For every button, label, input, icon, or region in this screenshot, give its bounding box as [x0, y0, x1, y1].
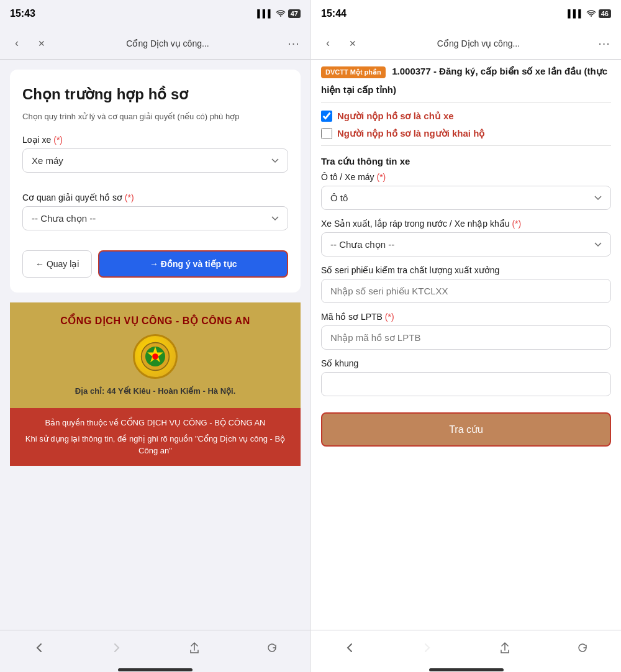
- checkbox-agent[interactable]: [321, 128, 332, 139]
- right-nav-reload[interactable]: [569, 634, 596, 661]
- right-nav-forward: [414, 634, 441, 661]
- left-nav-reload[interactable]: [258, 634, 286, 661]
- left-time: 15:43: [10, 8, 35, 19]
- right-panel: 15:44 ▌▌▌ 46 ‹ ✕ Cổng Dịch vụ công... ··…: [310, 0, 621, 672]
- manufacture-group: Xe Sản xuất, lắp ráp trong nước / Xe nhậ…: [321, 219, 611, 257]
- left-main-content: Chọn trường hợp hồ sơ Chọn quy trình xử …: [0, 60, 310, 630]
- divider-1: [321, 102, 611, 103]
- left-nav-share[interactable]: [181, 634, 208, 661]
- left-bottom-nav: [0, 630, 310, 667]
- right-content-wrapper: DVCTT Một phần 1.000377 - Đăng ký, cấp b…: [321, 60, 611, 447]
- right-time: 15:44: [321, 8, 347, 19]
- left-close-btn[interactable]: ✕: [32, 34, 51, 53]
- left-home-bar: [118, 668, 193, 671]
- serial-label: Số seri phiếu kiểm tra chất lượng xuất x…: [321, 265, 611, 275]
- right-nav-back[interactable]: [336, 634, 363, 661]
- form-card: Chọn trường hợp hồ sơ Chọn quy trình xử …: [10, 70, 301, 293]
- checkbox-owner[interactable]: [321, 111, 332, 122]
- service-tag-row: DVCTT Một phần 1.000377 - Đăng ký, cấp b…: [321, 65, 611, 96]
- left-status-icons: ▌▌▌ 47: [257, 9, 301, 19]
- right-signal-icon: ▌▌▌: [568, 9, 584, 18]
- right-home-bar: [429, 668, 504, 671]
- agency-group: Cơ quan giải quyết hồ sơ (*) -- Chưa chọ…: [22, 193, 288, 240]
- footer-note: Khi sử dụng lại thông tin, đề nghị ghi r…: [22, 433, 288, 457]
- agency-select[interactable]: -- Chưa chọn --: [22, 206, 288, 230]
- left-signal-icon: ▌▌▌: [257, 9, 273, 18]
- vehicle-type-group: Loại xe (*) Xe máy Ô tô: [22, 135, 288, 183]
- footer-address: Địa chỉ: 44 Yết Kiêu - Hoàn Kiếm - Hà Nộ…: [22, 386, 288, 396]
- footer-banner: CỔNG DỊCH VỤ CÔNG - BỘ CÔNG AN Địa chỉ: …: [10, 302, 301, 408]
- frame-label: Số khung: [321, 358, 611, 368]
- right-vehicle-type-label: Ô tô / Xe máy (*): [321, 172, 611, 182]
- svg-point-3: [152, 354, 158, 360]
- banner-title: CỔNG DỊCH VỤ CÔNG - BỘ CÔNG AN: [22, 315, 288, 327]
- checkbox-agent-label[interactable]: Người nộp hồ sơ là người khai hộ: [337, 128, 484, 139]
- lptb-label: Mã hồ sơ LPTB (*): [321, 312, 611, 322]
- left-more-btn[interactable]: ···: [284, 34, 303, 53]
- footer-copyright: Bản quyền thuộc về CỔNG DỊCH VỤ CÔNG - B…: [22, 417, 288, 429]
- right-status-icons: ▌▌▌ 46: [568, 9, 611, 19]
- left-browser-title: Cổng Dịch vụ công...: [57, 39, 278, 48]
- serial-input[interactable]: [321, 279, 611, 303]
- lptb-input[interactable]: [321, 325, 611, 350]
- divider-2: [321, 145, 611, 146]
- checkbox-owner-label[interactable]: Người nộp hồ sơ là chủ xe: [337, 111, 454, 122]
- right-wifi-icon: [586, 9, 596, 19]
- left-back-btn[interactable]: ‹: [7, 34, 26, 53]
- right-browser-title: Cổng Dịch vụ công...: [368, 39, 589, 48]
- search-button[interactable]: Tra cứu: [321, 412, 611, 447]
- right-home-indicator: [311, 667, 621, 672]
- agency-label: Cơ quan giải quyết hồ sơ (*): [22, 193, 288, 202]
- right-browser-bar: ‹ ✕ Cổng Dịch vụ công... ···: [311, 27, 621, 60]
- vehicle-type-select[interactable]: Xe máy Ô tô: [22, 148, 288, 173]
- right-bottom-nav: [311, 630, 621, 667]
- right-close-btn[interactable]: ✕: [343, 34, 362, 53]
- back-button[interactable]: ← Quay lại: [22, 250, 92, 278]
- right-nav-share[interactable]: [491, 634, 519, 661]
- form-heading: Chọn trường hợp hồ sơ: [22, 84, 288, 104]
- service-tag: DVCTT Một phần: [321, 66, 386, 78]
- badge-circle: [133, 334, 178, 379]
- manufacture-select[interactable]: -- Chưa chọn --: [321, 232, 611, 257]
- checkbox-agent-row: Người nộp hồ sơ là người khai hộ: [321, 128, 611, 139]
- left-status-bar: 15:43 ▌▌▌ 47: [0, 0, 310, 27]
- left-nav-back[interactable]: [25, 634, 53, 661]
- left-wifi-icon: [276, 9, 286, 19]
- checkbox-owner-row: Người nộp hồ sơ là chủ xe: [321, 111, 611, 122]
- right-battery: 46: [599, 9, 611, 18]
- vehicle-type-label: Loại xe (*): [22, 135, 288, 145]
- left-battery: 47: [288, 9, 301, 18]
- frame-group: Số khung: [321, 358, 611, 396]
- left-nav-forward: [103, 634, 130, 661]
- right-status-bar: 15:44 ▌▌▌ 46: [311, 0, 621, 27]
- right-vehicle-type-select[interactable]: Ô tô Xe máy: [321, 186, 611, 210]
- continue-button[interactable]: → Đồng ý và tiếp tục: [98, 250, 288, 278]
- right-back-btn[interactable]: ‹: [319, 34, 337, 53]
- form-btn-row: ← Quay lại → Đồng ý và tiếp tục: [22, 250, 288, 278]
- right-main-content: DVCTT Một phần 1.000377 - Đăng ký, cấp b…: [311, 60, 621, 630]
- right-vehicle-type-group: Ô tô / Xe máy (*) Ô tô Xe máy: [321, 172, 611, 210]
- section-title: Tra cứu thông tin xe: [321, 156, 611, 167]
- frame-input[interactable]: [321, 372, 611, 396]
- left-panel: 15:43 ▌▌▌ 47 ‹ ✕ Cổng Dịch vụ công... ··…: [0, 0, 310, 672]
- lptb-group: Mã hồ sơ LPTB (*): [321, 312, 611, 350]
- footer-red: Bản quyền thuộc về CỔNG DỊCH VỤ CÔNG - B…: [10, 408, 301, 466]
- form-subtitle: Chọn quy trình xử lý và cơ quan giải quy…: [22, 111, 288, 122]
- manufacture-label: Xe Sản xuất, lắp ráp trong nước / Xe nhậ…: [321, 219, 611, 229]
- serial-group: Số seri phiếu kiểm tra chất lượng xuất x…: [321, 265, 611, 303]
- footer-badge: [133, 334, 178, 379]
- left-home-indicator: [0, 667, 310, 672]
- left-browser-bar: ‹ ✕ Cổng Dịch vụ công... ···: [0, 27, 310, 60]
- right-more-btn[interactable]: ···: [595, 34, 614, 53]
